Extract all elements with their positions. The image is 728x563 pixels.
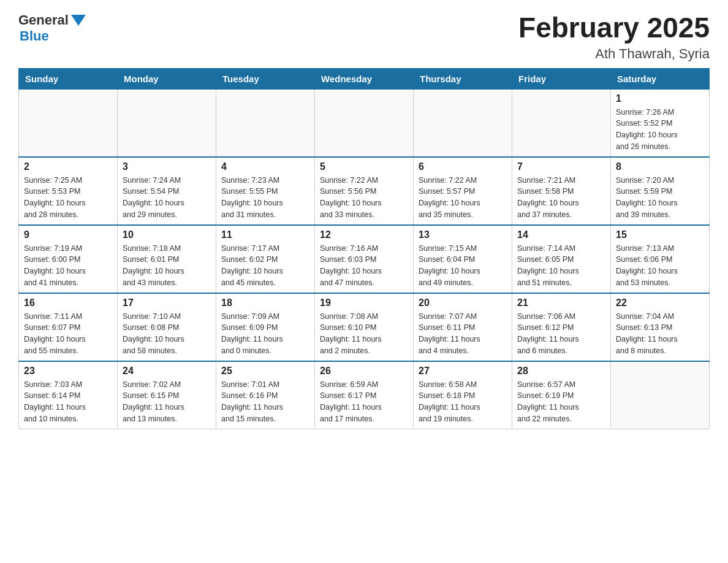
calendar-week-row: 23Sunrise: 7:03 AMSunset: 6:14 PMDayligh…	[19, 361, 710, 429]
header-friday: Friday	[512, 68, 611, 89]
day-info: Sunrise: 7:21 AMSunset: 5:58 PMDaylight:…	[517, 175, 605, 221]
table-row	[118, 89, 216, 157]
table-row: 21Sunrise: 7:06 AMSunset: 6:12 PMDayligh…	[512, 293, 611, 361]
day-number: 22	[616, 297, 704, 308]
day-number: 1	[616, 93, 704, 104]
table-row: 24Sunrise: 7:02 AMSunset: 6:15 PMDayligh…	[118, 361, 216, 429]
day-info: Sunrise: 7:04 AMSunset: 6:13 PMDaylight:…	[616, 311, 704, 357]
table-row: 1Sunrise: 7:26 AMSunset: 5:52 PMDaylight…	[611, 89, 710, 157]
day-number: 16	[24, 297, 112, 308]
table-row: 10Sunrise: 7:18 AMSunset: 6:01 PMDayligh…	[118, 225, 216, 293]
day-info: Sunrise: 7:13 AMSunset: 6:06 PMDaylight:…	[616, 243, 704, 289]
day-info: Sunrise: 7:07 AMSunset: 6:11 PMDaylight:…	[419, 311, 507, 357]
day-number: 14	[517, 229, 605, 240]
day-number: 6	[419, 161, 507, 172]
day-info: Sunrise: 7:01 AMSunset: 6:16 PMDaylight:…	[221, 379, 309, 425]
day-number: 2	[24, 161, 112, 172]
day-info: Sunrise: 7:22 AMSunset: 5:56 PMDaylight:…	[320, 175, 408, 221]
day-info: Sunrise: 7:10 AMSunset: 6:08 PMDaylight:…	[123, 311, 211, 357]
day-number: 8	[616, 161, 704, 172]
day-number: 20	[419, 297, 507, 308]
table-row: 16Sunrise: 7:11 AMSunset: 6:07 PMDayligh…	[19, 293, 118, 361]
table-row: 14Sunrise: 7:14 AMSunset: 6:05 PMDayligh…	[512, 225, 611, 293]
day-info: Sunrise: 7:20 AMSunset: 5:59 PMDaylight:…	[616, 175, 704, 221]
header-wednesday: Wednesday	[315, 68, 414, 89]
table-row	[216, 89, 315, 157]
header-monday: Monday	[118, 68, 216, 89]
day-number: 4	[221, 161, 309, 172]
day-info: Sunrise: 7:25 AMSunset: 5:53 PMDaylight:…	[24, 175, 112, 221]
day-number: 18	[221, 297, 309, 308]
table-row: 22Sunrise: 7:04 AMSunset: 6:13 PMDayligh…	[611, 293, 710, 361]
table-row	[19, 89, 118, 157]
day-info: Sunrise: 7:19 AMSunset: 6:00 PMDaylight:…	[24, 243, 112, 289]
table-row: 19Sunrise: 7:08 AMSunset: 6:10 PMDayligh…	[315, 293, 414, 361]
table-row: 18Sunrise: 7:09 AMSunset: 6:09 PMDayligh…	[216, 293, 315, 361]
day-info: Sunrise: 7:09 AMSunset: 6:09 PMDaylight:…	[221, 311, 309, 357]
table-row: 13Sunrise: 7:15 AMSunset: 6:04 PMDayligh…	[414, 225, 512, 293]
calendar-week-row: 9Sunrise: 7:19 AMSunset: 6:00 PMDaylight…	[19, 225, 710, 293]
day-number: 7	[517, 161, 605, 172]
title-area: February 2025 Ath Thawrah, Syria	[518, 12, 710, 62]
day-number: 9	[24, 229, 112, 240]
day-info: Sunrise: 7:22 AMSunset: 5:57 PMDaylight:…	[419, 175, 507, 221]
day-info: Sunrise: 7:23 AMSunset: 5:55 PMDaylight:…	[221, 175, 309, 221]
table-row	[611, 361, 710, 429]
day-info: Sunrise: 7:11 AMSunset: 6:07 PMDaylight:…	[24, 311, 112, 357]
table-row: 8Sunrise: 7:20 AMSunset: 5:59 PMDaylight…	[611, 157, 710, 225]
header-thursday: Thursday	[414, 68, 512, 89]
table-row	[512, 89, 611, 157]
table-row: 27Sunrise: 6:58 AMSunset: 6:18 PMDayligh…	[414, 361, 512, 429]
day-number: 21	[517, 297, 605, 308]
day-info: Sunrise: 7:03 AMSunset: 6:14 PMDaylight:…	[24, 379, 112, 425]
day-info: Sunrise: 7:08 AMSunset: 6:10 PMDaylight:…	[320, 311, 408, 357]
table-row: 9Sunrise: 7:19 AMSunset: 6:00 PMDaylight…	[19, 225, 118, 293]
day-info: Sunrise: 7:02 AMSunset: 6:15 PMDaylight:…	[123, 379, 211, 425]
table-row: 15Sunrise: 7:13 AMSunset: 6:06 PMDayligh…	[611, 225, 710, 293]
day-number: 10	[123, 229, 211, 240]
day-info: Sunrise: 7:26 AMSunset: 5:52 PMDaylight:…	[616, 107, 704, 153]
day-number: 15	[616, 229, 704, 240]
table-row: 2Sunrise: 7:25 AMSunset: 5:53 PMDaylight…	[19, 157, 118, 225]
table-row: 5Sunrise: 7:22 AMSunset: 5:56 PMDaylight…	[315, 157, 414, 225]
day-info: Sunrise: 6:57 AMSunset: 6:19 PMDaylight:…	[517, 379, 605, 425]
table-row: 6Sunrise: 7:22 AMSunset: 5:57 PMDaylight…	[414, 157, 512, 225]
day-number: 17	[123, 297, 211, 308]
day-info: Sunrise: 7:17 AMSunset: 6:02 PMDaylight:…	[221, 243, 309, 289]
day-info: Sunrise: 7:15 AMSunset: 6:04 PMDaylight:…	[419, 243, 507, 289]
table-row: 11Sunrise: 7:17 AMSunset: 6:02 PMDayligh…	[216, 225, 315, 293]
table-row: 20Sunrise: 7:07 AMSunset: 6:11 PMDayligh…	[414, 293, 512, 361]
calendar-table: Sunday Monday Tuesday Wednesday Thursday…	[18, 68, 710, 429]
day-number: 23	[24, 366, 112, 377]
table-row: 7Sunrise: 7:21 AMSunset: 5:58 PMDaylight…	[512, 157, 611, 225]
day-info: Sunrise: 6:58 AMSunset: 6:18 PMDaylight:…	[419, 379, 507, 425]
day-number: 28	[517, 366, 605, 377]
day-info: Sunrise: 7:18 AMSunset: 6:01 PMDaylight:…	[123, 243, 211, 289]
day-info: Sunrise: 7:06 AMSunset: 6:12 PMDaylight:…	[517, 311, 605, 357]
calendar-week-row: 16Sunrise: 7:11 AMSunset: 6:07 PMDayligh…	[19, 293, 710, 361]
logo-blue-text: Blue	[20, 28, 49, 44]
logo-general-text: General	[18, 12, 69, 28]
table-row: 12Sunrise: 7:16 AMSunset: 6:03 PMDayligh…	[315, 225, 414, 293]
day-number: 27	[419, 366, 507, 377]
table-row: 28Sunrise: 6:57 AMSunset: 6:19 PMDayligh…	[512, 361, 611, 429]
day-number: 25	[221, 366, 309, 377]
table-row	[414, 89, 512, 157]
table-row: 17Sunrise: 7:10 AMSunset: 6:08 PMDayligh…	[118, 293, 216, 361]
table-row	[315, 89, 414, 157]
day-number: 12	[320, 229, 408, 240]
day-number: 5	[320, 161, 408, 172]
calendar-week-row: 2Sunrise: 7:25 AMSunset: 5:53 PMDaylight…	[19, 157, 710, 225]
table-row: 4Sunrise: 7:23 AMSunset: 5:55 PMDaylight…	[216, 157, 315, 225]
day-number: 19	[320, 297, 408, 308]
calendar-subtitle: Ath Thawrah, Syria	[518, 46, 710, 62]
day-number: 11	[221, 229, 309, 240]
table-row: 25Sunrise: 7:01 AMSunset: 6:16 PMDayligh…	[216, 361, 315, 429]
day-info: Sunrise: 7:16 AMSunset: 6:03 PMDaylight:…	[320, 243, 408, 289]
day-info: Sunrise: 6:59 AMSunset: 6:17 PMDaylight:…	[320, 379, 408, 425]
day-number: 3	[123, 161, 211, 172]
day-number: 26	[320, 366, 408, 377]
table-row: 3Sunrise: 7:24 AMSunset: 5:54 PMDaylight…	[118, 157, 216, 225]
day-info: Sunrise: 7:14 AMSunset: 6:05 PMDaylight:…	[517, 243, 605, 289]
table-row: 23Sunrise: 7:03 AMSunset: 6:14 PMDayligh…	[19, 361, 118, 429]
